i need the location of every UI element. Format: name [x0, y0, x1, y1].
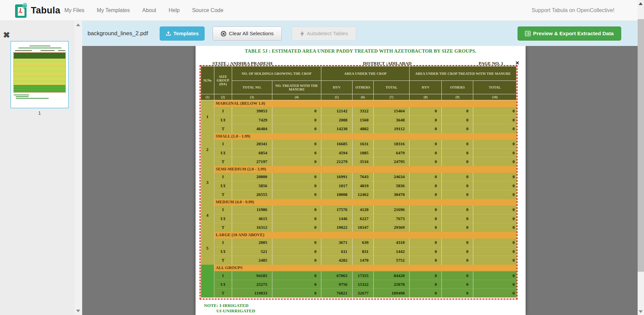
clear-all-selections-button[interactable]: Clear All Selections: [213, 27, 282, 41]
brand-name: Tabula: [31, 5, 60, 16]
pdf-page[interactable]: TABLE 5J : ESTIMATED AREA UNDER PADDY TR…: [196, 46, 526, 315]
nav-links: My Files My Templates About Help Source …: [64, 0, 223, 21]
pdf-filename: background_lines_2.pdf: [88, 21, 148, 46]
clear-selections-icon: [221, 31, 226, 37]
sidebar: ✖ 1: [0, 21, 82, 315]
autodetect-icon: [300, 31, 305, 37]
window-scrollbar-thumb[interactable]: [638, 19, 644, 272]
brand[interactable]: Tabula: [15, 3, 60, 18]
nav-source-code[interactable]: Source Code: [192, 7, 223, 13]
thumbnail-table: [13, 52, 66, 93]
nav-my-files[interactable]: My Files: [64, 7, 85, 13]
export-icon: [525, 31, 531, 36]
doc-title: TABLE 5J : ESTIMATED AREA UNDER PADDY TR…: [196, 48, 526, 54]
sidebar-scrollbar[interactable]: [74, 21, 82, 315]
export-label: Preview & Export Extracted Data: [533, 31, 613, 37]
page-thumbnail[interactable]: [10, 41, 69, 108]
templates-icon: [166, 31, 171, 36]
window-scroll-down-icon[interactable]: [639, 310, 643, 313]
doc-note-line1: NOTE: I-IRRIGATED: [204, 303, 249, 308]
preview-export-button[interactable]: Preview & Export Extracted Data: [518, 27, 621, 41]
remove-pdf-icon[interactable]: ✖: [3, 31, 10, 39]
tabula-app: Tabula My Files My Templates About Help …: [0, 0, 644, 315]
templates-label: Templates: [173, 31, 199, 37]
autodetect-tables-button[interactable]: Autodetect Tables: [291, 27, 356, 41]
navbar: Tabula My Files My Templates About Help …: [0, 0, 644, 21]
nav-my-templates[interactable]: My Templates: [97, 7, 130, 13]
page-thumbnail-preview: [11, 42, 68, 108]
window-scroll-up-icon[interactable]: [639, 2, 643, 5]
autodetect-label: Autodetect Tables: [307, 31, 348, 37]
nav-help[interactable]: Help: [169, 7, 180, 13]
page-number-label: 1: [10, 110, 69, 116]
nav-about[interactable]: About: [142, 7, 156, 13]
clear-selections-label: Clear All Selections: [229, 31, 274, 37]
templates-button[interactable]: Templates: [160, 27, 205, 41]
sidebar-scroll-down-icon[interactable]: [76, 310, 80, 312]
table-selection-box[interactable]: [200, 65, 518, 300]
window-scrollbar[interactable]: [638, 0, 644, 315]
tabula-logo-icon: [15, 3, 28, 18]
nav-support-link[interactable]: Support Tabula on OpenCollective!: [532, 0, 614, 21]
toolbar: background_lines_2.pdf Templates Clear A…: [82, 21, 638, 46]
doc-note-line2: UI-UNIRRIGATED: [216, 308, 255, 314]
sidebar-scroll-up-icon[interactable]: [76, 23, 80, 26]
